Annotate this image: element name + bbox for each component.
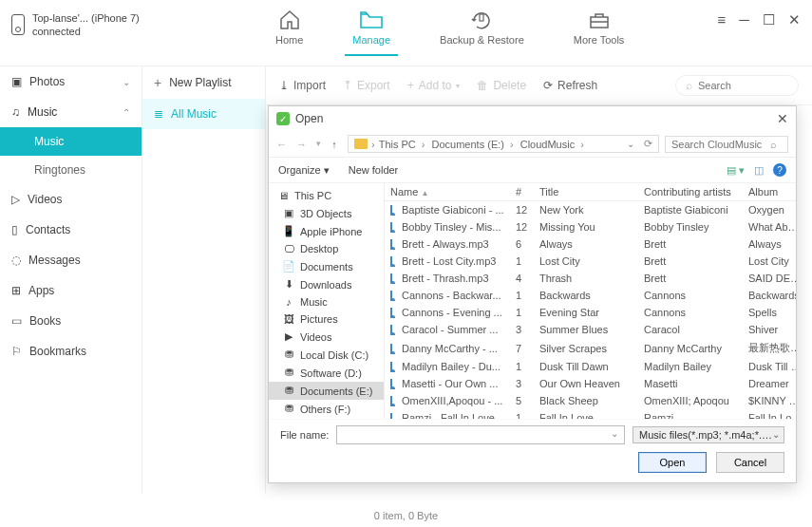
tree-item[interactable]: 📄Documents — [269, 257, 384, 275]
tab-backup[interactable]: Backup & Restore — [432, 4, 532, 55]
search-input[interactable] — [698, 80, 784, 91]
dialog-close-button[interactable]: ✕ — [777, 111, 788, 126]
new-folder-button[interactable]: New folder — [349, 164, 399, 176]
sidebar-sub-music[interactable]: Music — [0, 127, 142, 156]
dialog-search[interactable]: ⌕ — [665, 136, 788, 153]
search-box[interactable]: ⌕ — [675, 75, 799, 96]
new-playlist-button[interactable]: + New Playlist — [142, 66, 265, 99]
minimize-icon[interactable]: ─ — [739, 11, 749, 28]
sidebar-sub-ringtones[interactable]: Ringtones — [0, 156, 142, 184]
tree-icon: ♪ — [282, 296, 295, 308]
file-artist: Brett — [644, 273, 748, 284]
file-row[interactable]: Brett - Lost City.mp3 1 Lost City Brett … — [385, 253, 796, 270]
open-button[interactable]: Open — [638, 452, 707, 473]
nav-up-button[interactable]: ↑ — [327, 137, 342, 152]
maximize-icon[interactable]: ☐ — [763, 11, 775, 28]
addto-button[interactable]: +Add to▾ — [407, 79, 461, 92]
tree-item[interactable]: ▣3D Objects — [269, 204, 384, 222]
nav-forward-icon[interactable]: → — [296, 139, 307, 150]
file-name: Brett - Always.mp3 — [402, 238, 489, 250]
col-artists[interactable]: Contributing artists — [644, 186, 748, 198]
crumb[interactable]: CloudMusic — [520, 139, 587, 150]
tree-item[interactable]: ▶Videos — [269, 328, 384, 346]
cancel-button[interactable]: Cancel — [716, 452, 784, 473]
chevron-up-icon: ⌃ — [123, 107, 130, 118]
close-icon[interactable]: ✕ — [788, 11, 801, 28]
filename-input[interactable]: ⌄ — [336, 425, 625, 444]
sidebar-item-contacts[interactable]: ▯ Contacts — [0, 215, 142, 245]
window-controls: ≡ ─ ☐ ✕ — [718, 4, 801, 28]
file-row[interactable]: Brett - Always.mp3 6 Always Brett Always — [385, 235, 796, 253]
file-row[interactable]: Madilyn Bailey - Du... 1 Dusk Till Dawn … — [385, 358, 796, 375]
export-button[interactable]: ⤒Export — [343, 79, 390, 92]
import-button[interactable]: ⤓Import — [279, 79, 326, 92]
chevron-down-icon[interactable]: ⌄ — [611, 428, 618, 439]
sidebar-item-books[interactable]: ▭ Books — [0, 306, 142, 336]
tab-home[interactable]: Home — [268, 4, 311, 55]
view-mode-button[interactable]: ▤ ▾ — [727, 164, 745, 177]
refresh-button[interactable]: ⟳Refresh — [543, 79, 597, 92]
address-bar[interactable]: › This PC Documents (E:) CloudMusic ⌄ ⟳ — [348, 135, 659, 153]
tree-label: Software (D:) — [300, 367, 362, 379]
file-row[interactable]: OmenXIII,Apoqou - ... 5 Black Sheep Omen… — [385, 392, 796, 409]
crumb[interactable]: This PC — [379, 139, 428, 150]
organize-button[interactable]: Organize ▾ — [278, 164, 330, 177]
crumb[interactable]: Documents (E:) — [432, 139, 517, 150]
file-name: Danny McCarthy - ... — [402, 343, 498, 354]
chevron-down-icon[interactable]: ⌄ — [627, 139, 634, 149]
phone-icon — [11, 14, 25, 35]
contact-icon: ▯ — [11, 223, 18, 236]
file-track: 1 — [516, 307, 539, 318]
file-row[interactable]: Caracol - Summer ... 3 Summer Blues Cara… — [385, 321, 796, 338]
delete-button[interactable]: 🗑Delete — [477, 79, 526, 92]
file-type-filter[interactable]: Music files(*.mp3; *.m4a;*.aac;⌄ — [633, 426, 784, 443]
tree-item[interactable]: ⛃Others (F:) — [269, 400, 384, 418]
file-row[interactable]: Masetti - Our Own ... 3 Our Own Heaven M… — [385, 375, 796, 392]
tree-item[interactable]: ⬇Downloads — [269, 275, 384, 293]
sidebar-item-apps[interactable]: ⊞ Apps — [0, 275, 142, 306]
menu-icon[interactable]: ≡ — [718, 11, 727, 28]
import-icon: ⤓ — [279, 79, 289, 92]
file-artist: Madilyn Bailey — [644, 361, 748, 372]
import-label: Import — [293, 79, 326, 92]
file-name: OmenXIII,Apoqou - ... — [402, 395, 502, 406]
file-row[interactable]: Brett - Thrash.mp3 4 Thrash Brett SAID D… — [385, 270, 796, 287]
tree-item[interactable]: ⛃Software (D:) — [269, 364, 384, 382]
file-title: Dusk Till Dawn — [539, 361, 644, 372]
tree-item[interactable]: ♪Music — [269, 293, 384, 311]
tree-item[interactable]: 🖵Desktop — [269, 240, 384, 257]
tree-item[interactable]: ⛃Local Disk (C:) — [269, 346, 384, 364]
file-row[interactable]: Bobby Tinsley - Mis... 12 Missing You Bo… — [385, 218, 796, 235]
col-album[interactable]: Album — [748, 186, 796, 198]
file-row[interactable]: Cannons - Backwar... 1 Backwards Cannons… — [385, 287, 796, 304]
nav-recent-icon[interactable]: ▾ — [316, 139, 321, 150]
books-icon: ▭ — [11, 314, 22, 328]
refresh-icon[interactable]: ⟳ — [644, 138, 652, 150]
sidebar-item-videos[interactable]: ▷ Videos — [0, 184, 142, 215]
tab-tools[interactable]: More Tools — [566, 4, 633, 55]
sidebar-item-messages[interactable]: ◌ Messages — [0, 245, 142, 275]
col-name[interactable]: Name ▲ — [390, 186, 516, 198]
all-music-label: All Music — [171, 107, 217, 121]
file-row[interactable]: Danny McCarthy - ... 7 Silver Scrapes Da… — [385, 338, 796, 358]
col-num[interactable]: # — [516, 186, 539, 198]
tree-item[interactable]: 🖥This PC — [269, 187, 384, 204]
help-button[interactable]: ? — [773, 163, 786, 177]
file-row[interactable]: Ramzi - Fall In Love. 1 Fall In Love Ram… — [385, 409, 796, 419]
preview-pane-button[interactable]: ◫ — [754, 164, 764, 177]
tree-item[interactable]: ⛃Documents (E:) — [269, 382, 384, 400]
sidebar-item-music[interactable]: ♫ Music ⌃ — [0, 97, 142, 127]
tree-item[interactable]: 🖼Pictures — [269, 311, 384, 328]
sidebar-item-photos[interactable]: ▣ Photos ⌄ — [0, 66, 142, 97]
file-row[interactable]: Cannons - Evening ... 1 Evening Star Can… — [385, 304, 796, 321]
sidebar-label: Bookmarks — [29, 345, 86, 358]
col-title[interactable]: Title — [539, 186, 644, 198]
file-track: 12 — [516, 204, 539, 216]
file-row[interactable]: Baptiste Giabiconi - ... 12 New York Bap… — [385, 201, 796, 218]
tab-manage[interactable]: Manage — [345, 4, 398, 55]
nav-back-icon[interactable]: ← — [276, 139, 287, 150]
sidebar-item-bookmarks[interactable]: ⚐ Bookmarks — [0, 336, 142, 367]
dialog-search-input[interactable] — [671, 139, 766, 150]
all-music-item[interactable]: ≣ All Music — [142, 99, 265, 129]
tree-item[interactable]: 📱Apple iPhone — [269, 222, 384, 240]
